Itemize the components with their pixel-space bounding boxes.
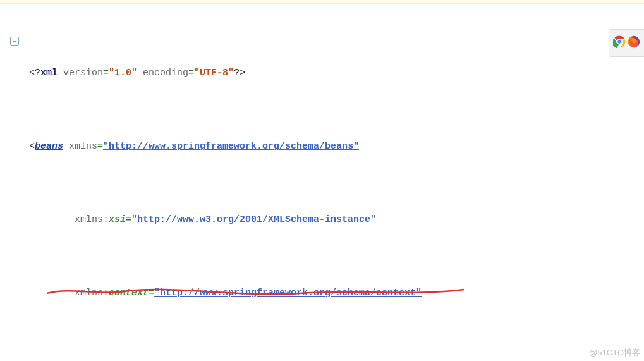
xml-name: xml [40, 68, 58, 78]
encoding-key: encoding [137, 68, 188, 78]
lt: < [29, 141, 35, 152]
encoding-val: "UTF-8" [194, 68, 234, 78]
xsi-line: xmlns:xsi="http://www.w3.org/2001/XMLSch… [29, 211, 639, 229]
eq: = [97, 141, 103, 152]
fold-toggle-icon[interactable] [10, 37, 19, 46]
version-key: version [58, 68, 103, 78]
xml-decl-line: <?xml version="1.0" encoding="UTF-8"?> [29, 64, 639, 82]
xsi-ns: xsi [109, 214, 126, 225]
xmlns-prefix: xmlns: [75, 214, 109, 225]
xml-close: ?> [234, 68, 245, 78]
version-val: "1.0" [109, 68, 137, 78]
beans-open-line: <beans xmlns="http://www.springframework… [29, 137, 639, 156]
xmlns-val[interactable]: "http://www.springframework.org/schema/b… [103, 141, 359, 152]
context-ns: context [109, 288, 149, 298]
watermark-text: @51CTO博客 [589, 347, 640, 358]
eq: = [126, 214, 131, 225]
editor-pane: <?xml version="1.0" encoding="UTF-8"?> <… [0, 4, 644, 361]
browser-launcher-panel [609, 29, 644, 57]
mvc-line: xmlns:mvc="http://www.springframework.or… [29, 357, 639, 361]
eq: = [188, 68, 194, 78]
code-area[interactable]: <?xml version="1.0" encoding="UTF-8"?> <… [21, 4, 644, 361]
chrome-icon[interactable] [613, 35, 626, 51]
context-line: xmlns:context="http://www.springframewor… [29, 284, 639, 302]
context-val[interactable]: "http://www.springframework.org/schema/c… [154, 288, 422, 298]
eq: = [103, 68, 109, 78]
beans-tag: beans [35, 141, 63, 152]
firefox-icon[interactable] [628, 35, 640, 51]
gutter [0, 4, 21, 361]
xmlns-key: xmlns [63, 141, 97, 152]
eq: = [149, 288, 154, 298]
xsi-val[interactable]: "http://www.w3.org/2001/XMLSchema-instan… [131, 214, 376, 225]
xmlns-prefix: xmlns: [75, 288, 109, 298]
xml-open: <? [29, 68, 40, 78]
